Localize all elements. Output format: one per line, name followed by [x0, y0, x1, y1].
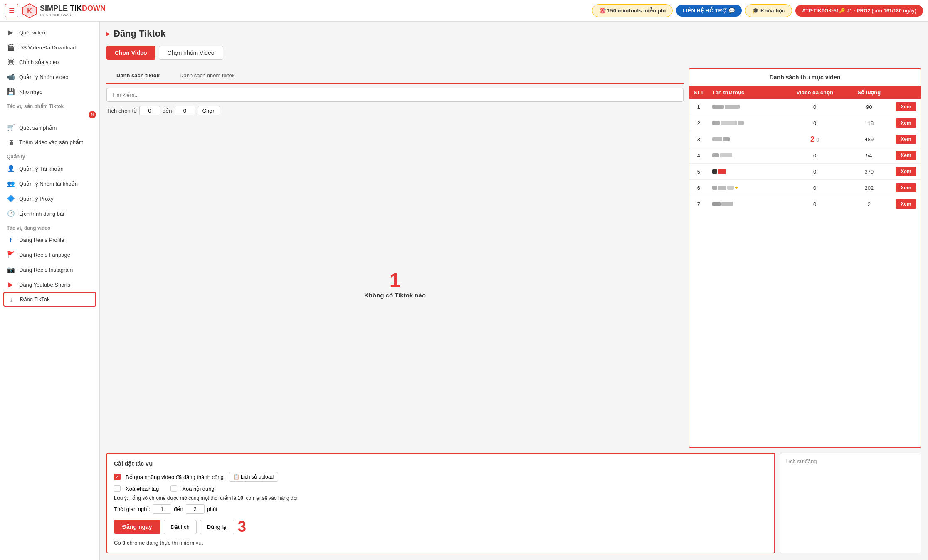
- xem-button[interactable]: Xem: [896, 199, 916, 209]
- settings-title: Cài đặt tác vụ: [114, 460, 768, 467]
- sidebar-item-dang-reels-instagram[interactable]: 📷 Đăng Reels Instagram: [0, 262, 99, 277]
- tab-danh-sach[interactable]: Danh sách tiktok: [106, 68, 170, 84]
- name-cell: ✦: [708, 180, 783, 196]
- bo-qua-checkbox[interactable]: ✓: [114, 474, 121, 480]
- directory-table: STT Tên thư mục Video đã chọn Số lượng 1…: [689, 86, 921, 212]
- so-luong-cell: 202: [847, 180, 891, 196]
- film-icon: 🎬: [7, 44, 15, 51]
- sidebar-item-lich-trinh[interactable]: 🕐 Lịch trình đăng bài: [0, 206, 99, 221]
- add-video-icon: 🖥: [7, 139, 15, 146]
- lienhe-button[interactable]: LIÊN HỆ HỖ TRỢ 💬: [676, 5, 742, 17]
- svg-text:K: K: [27, 7, 32, 15]
- edit-icon: 🖼: [7, 59, 15, 66]
- xoa-hashtag-label: Xoá #hashtag: [126, 486, 159, 492]
- play-icon: ▶: [7, 29, 15, 36]
- so-luong-cell: 54: [847, 147, 891, 164]
- action-cell: Xem: [891, 164, 921, 180]
- so-luong-cell: 379: [847, 164, 891, 180]
- new-badge: N: [89, 111, 96, 118]
- dang-ngay-button[interactable]: Đăng ngay: [114, 520, 160, 534]
- sidebar-item-quet-video[interactable]: ▶ Quét video: [0, 25, 99, 40]
- so-luong-cell: 489: [847, 131, 891, 147]
- xem-button[interactable]: Xem: [896, 167, 916, 176]
- chon-nhom-button[interactable]: Chọn nhóm Video: [159, 46, 223, 60]
- search-input[interactable]: [106, 88, 684, 102]
- tich-chon-row: Tích chọn từ đến Chọn: [106, 106, 684, 115]
- name-cell: [708, 196, 783, 212]
- table-row: 6 ✦ 0 202 Xem: [689, 180, 921, 196]
- sidebar-item-quet-san-pham[interactable]: 🛒 Quét sản phẩm: [0, 120, 99, 135]
- col-ten: Tên thư mục: [708, 86, 783, 99]
- sidebar-item-dang-youtube[interactable]: ▶ Đăng Youtube Shorts: [0, 277, 99, 292]
- empty-state: 1 Không có Tiktok nào: [106, 120, 684, 448]
- dat-lich-button[interactable]: Đặt lịch: [164, 520, 197, 534]
- sidebar-item-dang-reels-profile[interactable]: f Đăng Reels Profile: [0, 233, 99, 247]
- sidebar-item-chinh-sua[interactable]: 🖼 Chỉnh sửa video: [0, 55, 99, 69]
- chon-video-button[interactable]: Chon Video: [106, 46, 155, 60]
- xoa-hashtag-checkbox[interactable]: [114, 485, 121, 492]
- sidebar: ▶ Quét video 🎬 DS Video Đã Download 🖼 Ch…: [0, 22, 100, 560]
- action-cell: Xem: [891, 131, 921, 147]
- stt-cell: 7: [689, 196, 708, 212]
- sidebar-item-ds-video[interactable]: 🎬 DS Video Đã Download: [0, 40, 99, 55]
- lich-su-upload-button[interactable]: 📋 Lịch sử upload: [229, 472, 278, 482]
- sidebar-item-dang-tiktok[interactable]: ♪ Đăng TikTok: [3, 292, 96, 307]
- stt-cell: 6: [689, 180, 708, 196]
- minitools-button[interactable]: 🎯 150 minitools miễn phí: [592, 4, 673, 17]
- phut-label: phút: [207, 506, 217, 512]
- sidebar-item-kho-nhac[interactable]: 💾 Kho nhạc: [0, 84, 99, 99]
- atp-button[interactable]: ATP-TIKTOK-51🔑 J1 - PRO2 (còn 161/180 ng…: [795, 5, 923, 17]
- chon-range-button[interactable]: Chọn: [198, 106, 220, 115]
- layout: ▶ Quét video 🎬 DS Video Đã Download 🖼 Ch…: [0, 22, 928, 560]
- video-group-icon: 📹: [7, 73, 15, 81]
- action-buttons: Chon Video Chọn nhóm Video: [106, 46, 921, 60]
- stt-cell: 4: [689, 147, 708, 164]
- video-da-chon-cell: 20: [783, 131, 847, 147]
- xem-button[interactable]: Xem: [896, 151, 916, 160]
- time-from-input[interactable]: [153, 504, 171, 514]
- video-da-chon-cell: 0: [783, 164, 847, 180]
- dung-lai-button[interactable]: Dừng lại: [200, 520, 234, 534]
- history-label: Lịch sử đăng: [785, 458, 916, 464]
- xem-button[interactable]: Xem: [896, 102, 916, 111]
- main-content: ▸ Đăng Tiktok Chon Video Chọn nhóm Video…: [100, 22, 928, 560]
- khoahoc-button[interactable]: 🎓 Khóa học: [745, 4, 792, 17]
- sidebar-item-quan-ly-nhom-tk[interactable]: 👥 Quản lý Nhóm tài khoản: [0, 176, 99, 191]
- xem-button[interactable]: Xem: [896, 118, 916, 128]
- action-row: Đăng ngay Đặt lịch Dừng lại 3: [114, 518, 768, 535]
- xem-button[interactable]: Xem: [896, 135, 916, 144]
- logo-icon: K: [22, 3, 37, 19]
- xem-button[interactable]: Xem: [896, 183, 916, 192]
- video-da-chon-cell: 0: [783, 180, 847, 196]
- name-cell: [708, 147, 783, 164]
- so-luong-cell: 118: [847, 115, 891, 131]
- name-cell: [708, 99, 783, 115]
- tiktok-icon: ♪: [7, 296, 16, 303]
- sidebar-item-quan-ly-tk[interactable]: 👤 Quản lý Tài khoản: [0, 161, 99, 176]
- section-tac-vu: Tác vụ sản phẩm Tiktok: [0, 99, 99, 111]
- video-da-chon-cell: 0: [783, 147, 847, 164]
- table-row: 4 0 54 Xem: [689, 147, 921, 164]
- xoa-noi-dung-label: Xoá nội dung: [182, 486, 214, 492]
- hamburger-button[interactable]: ☰: [5, 4, 18, 17]
- tabs: Danh sách tiktok Danh sách nhóm tiktok: [106, 68, 684, 84]
- flag-icon: 🚩: [7, 251, 15, 258]
- action-cell: Xem: [891, 99, 921, 115]
- music-icon: 💾: [7, 88, 15, 96]
- table-row: 5 0 379 Xem: [689, 164, 921, 180]
- time-to-input[interactable]: [186, 504, 205, 514]
- clock-icon: 🕐: [7, 210, 15, 217]
- sidebar-item-dang-reels-fanpage[interactable]: 🚩 Đăng Reels Fanpage: [0, 247, 99, 262]
- table-row: 2 0 118 Xem: [689, 115, 921, 131]
- xoa-noi-dung-checkbox[interactable]: [170, 485, 177, 492]
- sidebar-item-quan-ly-nhom[interactable]: 📹 Quản lý Nhóm video: [0, 69, 99, 84]
- sidebar-item-proxy[interactable]: 🔷 Quản lý Proxy: [0, 191, 99, 206]
- name-cell: [708, 115, 783, 131]
- tab-danh-sach-nhom[interactable]: Danh sách nhóm tiktok: [170, 68, 244, 84]
- sidebar-item-them-video[interactable]: 🖥 Thêm video vào sản phẩm: [0, 135, 99, 150]
- bo-qua-label: Bỏ qua những video đã đăng thành công: [126, 474, 224, 480]
- tich-chon-from-input[interactable]: [139, 106, 160, 115]
- tich-chon-to-input[interactable]: [175, 106, 195, 115]
- video-da-chon-cell: 0: [783, 115, 847, 131]
- thoi-gian-label: Thời gian nghỉ:: [114, 506, 150, 512]
